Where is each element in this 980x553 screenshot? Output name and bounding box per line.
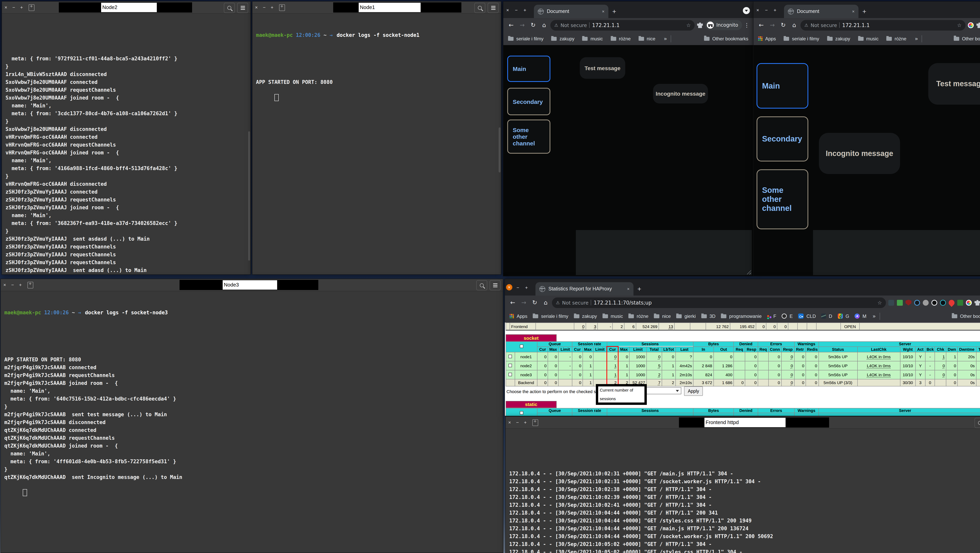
close-icon[interactable]: × bbox=[253, 5, 260, 10]
maximize-icon[interactable]: + bbox=[521, 420, 529, 425]
bookmark-item[interactable]: seriale i filmy bbox=[508, 36, 544, 41]
window-minimize-icon[interactable]: − bbox=[762, 8, 771, 13]
bookmark-item[interactable]: music bbox=[582, 36, 603, 41]
bookmark-item[interactable]: różne bbox=[628, 313, 648, 319]
tab-close-icon[interactable]: × bbox=[627, 286, 630, 291]
channel-button[interactable]: Secondary bbox=[757, 116, 808, 162]
new-tab-button[interactable]: + bbox=[637, 285, 641, 293]
select-all-checkbox[interactable] bbox=[520, 411, 523, 415]
other-bookmarks[interactable]: Other bookmarks bbox=[952, 313, 980, 319]
channel-button[interactable]: Some other channel bbox=[507, 119, 550, 154]
terminal-output[interactable]: maek@maek-pc 12:00:26 ~ →docker logs -f … bbox=[253, 14, 501, 274]
extension-icon[interactable] bbox=[905, 300, 912, 305]
back-icon[interactable]: ← bbox=[506, 22, 516, 29]
tab-close-icon[interactable]: × bbox=[602, 9, 605, 14]
extension-icon[interactable] bbox=[897, 300, 903, 305]
bookmark-item[interactable]: CLD bbox=[798, 313, 816, 319]
select-all-checkbox[interactable] bbox=[520, 345, 523, 348]
url-text[interactable]: 172.21.1.1 bbox=[842, 22, 955, 28]
address-bar[interactable]: ⚠ Not secure 172.21.1.1 ☆ bbox=[550, 20, 695, 30]
tab-document[interactable]: Document × bbox=[534, 5, 608, 18]
window-close-icon[interactable]: × bbox=[503, 8, 512, 13]
bookmark-item[interactable]: seriale i filmy bbox=[533, 313, 568, 319]
window-close-icon[interactable]: × bbox=[506, 284, 512, 291]
bookmark-star-icon[interactable]: ☆ bbox=[957, 22, 962, 28]
search-button[interactable] bbox=[224, 3, 235, 13]
window-maximize-icon[interactable]: + bbox=[520, 8, 529, 13]
back-icon[interactable]: ← bbox=[757, 22, 766, 29]
row-checkbox[interactable] bbox=[509, 364, 512, 367]
new-tab-button[interactable]: + bbox=[862, 8, 866, 16]
bookmark-item[interactable]: M bbox=[855, 313, 867, 319]
other-bookmarks[interactable]: Other bookmarks bbox=[954, 36, 980, 41]
new-tab-button[interactable]: + bbox=[612, 8, 616, 16]
search-button[interactable] bbox=[474, 3, 485, 13]
minimize-icon[interactable]: − bbox=[260, 5, 268, 10]
search-button[interactable] bbox=[476, 280, 487, 291]
bookmark-item[interactable]: różne bbox=[886, 36, 906, 41]
bookmark-item[interactable]: 3D bbox=[701, 313, 716, 319]
maximize-icon[interactable]: + bbox=[16, 282, 24, 288]
search-button[interactable] bbox=[975, 418, 980, 428]
bookmark-item[interactable]: różne bbox=[611, 36, 630, 41]
menu-button[interactable] bbox=[237, 3, 248, 13]
close-icon[interactable]: × bbox=[2, 5, 10, 10]
bookmark-item[interactable]: music bbox=[858, 36, 879, 41]
channel-button[interactable]: Some other channel bbox=[757, 169, 808, 229]
extension-icon[interactable] bbox=[940, 300, 946, 305]
bookmark-item[interactable]: E bbox=[782, 313, 792, 319]
bookmark-item[interactable]: zakupy bbox=[574, 313, 597, 319]
extension-icon[interactable] bbox=[977, 22, 980, 28]
server-lastchk[interactable]: L4OK in 0ms bbox=[857, 370, 900, 379]
window-close-icon[interactable]: × bbox=[753, 8, 762, 13]
server-lastchk[interactable]: L4OK in 0ms bbox=[857, 361, 900, 370]
window-minimize-icon[interactable]: − bbox=[512, 8, 520, 13]
forward-icon[interactable]: → bbox=[519, 299, 528, 306]
row-checkbox[interactable] bbox=[509, 372, 512, 376]
home-icon[interactable]: ⌂ bbox=[539, 22, 549, 29]
extension-icon[interactable] bbox=[957, 300, 963, 305]
maximize-icon[interactable]: + bbox=[268, 5, 276, 10]
security-label[interactable]: Not secure bbox=[560, 22, 587, 28]
address-bar[interactable]: ⚠ Not secure 172.21.1.1:70/stats;up ☆ bbox=[552, 297, 886, 308]
new-tab-icon[interactable] bbox=[29, 4, 35, 11]
extension-icon[interactable] bbox=[975, 300, 980, 305]
address-bar[interactable]: ⚠ Not secure 172.21.1.1 ☆ bbox=[800, 20, 966, 30]
bookmark-item[interactable]: Apps bbox=[758, 36, 776, 41]
scrollbar-thumb[interactable] bbox=[499, 127, 501, 172]
window-minimize-icon[interactable]: − bbox=[514, 285, 522, 291]
extension-icon[interactable] bbox=[931, 300, 937, 305]
window-maximize-icon[interactable]: + bbox=[522, 285, 531, 291]
url-text[interactable]: 172.21.1.1 bbox=[592, 22, 684, 28]
minimize-icon[interactable]: − bbox=[9, 282, 16, 288]
close-icon[interactable]: × bbox=[506, 420, 514, 425]
extension-icon[interactable] bbox=[923, 300, 929, 305]
bookmark-item[interactable]: Apps bbox=[510, 313, 527, 319]
bookmarks-overflow-chevron[interactable]: » bbox=[873, 313, 875, 319]
back-icon[interactable]: ← bbox=[508, 299, 517, 306]
message-input[interactable] bbox=[813, 230, 980, 275]
menu-button[interactable] bbox=[490, 280, 501, 291]
channel-button[interactable]: Main bbox=[757, 63, 808, 108]
menu-button[interactable] bbox=[488, 3, 499, 13]
window-maximize-icon[interactable]: + bbox=[771, 8, 779, 13]
terminal-output[interactable]: maek@maek-pc 12:00:26 ~ →docker logs -f … bbox=[1, 291, 503, 553]
reload-icon[interactable]: ↻ bbox=[778, 22, 788, 29]
bookmarks-overflow-chevron[interactable]: » bbox=[664, 36, 667, 41]
minimize-icon[interactable]: − bbox=[514, 420, 521, 425]
extension-icon[interactable] bbox=[697, 22, 703, 28]
row-checkbox[interactable] bbox=[509, 354, 512, 358]
server-lastchk[interactable]: L4OK in 0ms bbox=[857, 352, 900, 361]
apply-button[interactable]: Apply bbox=[684, 386, 703, 396]
security-label[interactable]: Not secure bbox=[811, 22, 837, 28]
tab-search-button[interactable] bbox=[743, 7, 750, 14]
channel-button[interactable]: Secondary bbox=[507, 88, 550, 115]
minimize-icon[interactable]: − bbox=[10, 5, 18, 10]
new-tab-icon[interactable] bbox=[532, 419, 538, 426]
bookmark-star-icon[interactable]: ☆ bbox=[878, 300, 882, 305]
bookmark-item[interactable]: nice bbox=[654, 313, 671, 319]
bookmark-item[interactable]: music bbox=[603, 313, 623, 319]
tab-close-icon[interactable]: × bbox=[852, 9, 854, 14]
bookmark-item[interactable]: seriale i filmy bbox=[784, 36, 819, 41]
other-bookmarks[interactable]: Other bookmarks bbox=[704, 36, 748, 41]
